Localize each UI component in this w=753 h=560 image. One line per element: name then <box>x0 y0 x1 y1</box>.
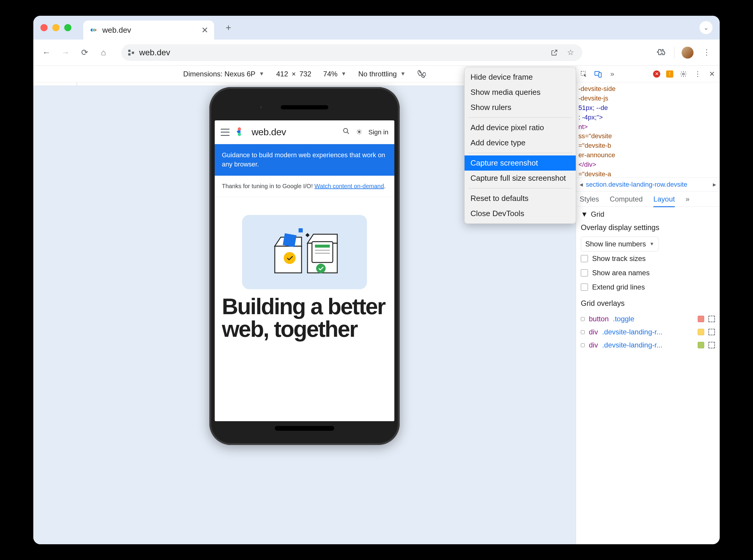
color-swatch-icon[interactable] <box>698 329 704 335</box>
device-toolbar-context-menu: Hide device frame Show media queries Sho… <box>464 67 576 224</box>
devtools-menu-icon[interactable]: ⋮ <box>694 70 702 78</box>
site-logo[interactable]: web.dev <box>235 125 286 139</box>
highlight-icon[interactable] <box>708 342 715 348</box>
emulated-screen[interactable]: web.dev ☀ Sign in Guidance to build mode… <box>215 120 394 421</box>
browser-window: web.dev ✕ + ⌄ ← → ⟳ ⌂ web.dev ☆ <box>33 16 720 544</box>
dom-line[interactable]: nt> <box>578 122 718 132</box>
highlight-icon[interactable] <box>708 329 715 335</box>
rotate-icon[interactable] <box>418 70 426 78</box>
show-line-numbers-select[interactable]: Show line numbers ▼ <box>581 237 659 252</box>
theme-toggle-icon[interactable]: ☀ <box>356 127 363 137</box>
throttling-dropdown[interactable]: No throttling ▼ <box>359 70 406 78</box>
show-track-sizes-checkbox[interactable]: Show track sizes <box>581 252 715 266</box>
titlebar: web.dev ✕ + ⌄ <box>33 16 720 40</box>
menu-add-device-type[interactable]: Add device type <box>465 135 576 151</box>
grid-overlay-row[interactable]: div.devsite-landing-r... <box>581 339 715 352</box>
breadcrumb-next-icon[interactable]: ▸ <box>713 181 716 188</box>
phone-top <box>215 94 394 120</box>
home-button[interactable]: ⌂ <box>98 47 110 59</box>
site-info-icon[interactable] <box>127 49 135 57</box>
dom-line[interactable]: -devsite-side <box>578 84 718 94</box>
io-link[interactable]: Watch content on-demand <box>314 183 384 189</box>
menu-show-media-queries[interactable]: Show media queries <box>465 85 576 100</box>
more-tabs-icon[interactable]: » <box>608 70 617 78</box>
dom-line[interactable]: ="devsite-b <box>578 141 718 151</box>
elements-breadcrumb[interactable]: ◂ section.devsite-landing-row.devsite ▸ <box>576 177 720 192</box>
search-icon[interactable] <box>343 127 350 137</box>
grid-section-toggle[interactable]: ▼ Grid <box>581 210 715 218</box>
profile-avatar[interactable] <box>682 47 694 59</box>
errors-badge[interactable]: ✕ <box>653 71 660 78</box>
tab-close-icon[interactable]: ✕ <box>201 25 208 35</box>
dom-line[interactable]: </div> <box>578 160 718 169</box>
svg-rect-20 <box>298 228 303 233</box>
close-devtools-icon[interactable]: ✕ <box>708 70 716 78</box>
dom-line[interactable]: -devsite-js <box>578 94 718 103</box>
url-field[interactable]: web.dev ☆ <box>121 44 582 61</box>
maximize-window-icon[interactable] <box>64 24 71 31</box>
warnings-badge[interactable]: ! <box>666 71 673 78</box>
menu-capture-screenshot[interactable]: Capture screenshot <box>465 156 576 171</box>
overlay-checkbox[interactable] <box>581 317 585 321</box>
styles-tabs: Styles Computed Layout » <box>576 192 720 206</box>
new-tab-button[interactable]: + <box>221 21 235 35</box>
tab-title: web.dev <box>102 25 197 35</box>
menu-close-devtools[interactable]: Close DevTools <box>465 206 576 221</box>
zoom-dropdown[interactable]: 74% ▼ <box>323 70 346 78</box>
dom-line[interactable]: er-announce <box>578 151 718 160</box>
extend-grid-lines-checkbox[interactable]: Extend grid lines <box>581 280 715 294</box>
address-bar: ← → ⟳ ⌂ web.dev ☆ ⋮ <box>33 40 720 66</box>
signin-link[interactable]: Sign in <box>368 128 388 136</box>
color-swatch-icon[interactable] <box>698 342 704 348</box>
highlight-icon[interactable] <box>708 316 715 322</box>
device-mode-icon[interactable] <box>594 70 602 78</box>
dom-line[interactable]: 51px; --de <box>578 103 718 113</box>
tab-styles[interactable]: Styles <box>580 195 599 203</box>
extensions-icon[interactable] <box>655 47 667 59</box>
grid-overlay-row[interactable]: div.devsite-landing-r... <box>581 325 715 339</box>
dom-line[interactable]: ss="devsite <box>578 132 718 141</box>
svg-rect-5 <box>421 72 426 78</box>
menu-hide-device-frame[interactable]: Hide device frame <box>465 69 576 85</box>
menu-add-device-pixel-ratio[interactable]: Add device pixel ratio <box>465 120 576 135</box>
hamburger-icon[interactable] <box>221 129 230 136</box>
dom-line[interactable]: : -4px;"> <box>578 113 718 122</box>
open-external-icon[interactable] <box>548 47 560 59</box>
tab-layout[interactable]: Layout <box>653 195 675 207</box>
menu-capture-full-size-screenshot[interactable]: Capture full size screenshot <box>465 171 576 186</box>
svg-rect-4 <box>418 70 422 76</box>
inspect-icon[interactable] <box>580 70 588 78</box>
tab-computed[interactable]: Computed <box>610 195 643 203</box>
settings-icon[interactable] <box>679 70 688 78</box>
devtools-panel: Hide device frame Show media queries Sho… <box>576 66 720 544</box>
forward-button[interactable]: → <box>59 47 71 59</box>
close-window-icon[interactable] <box>40 24 47 31</box>
color-swatch-icon[interactable] <box>698 316 704 322</box>
svg-point-25 <box>682 73 684 75</box>
elements-dom-tree[interactable]: -devsite-side-devsite-js51px; --de: -4px… <box>576 82 720 177</box>
reload-button[interactable]: ⟳ <box>78 47 91 59</box>
browser-tab[interactable]: web.dev ✕ <box>83 21 214 40</box>
chrome-menu-icon[interactable]: ⋮ <box>701 47 713 59</box>
svg-point-7 <box>238 127 241 131</box>
tabs-dropdown-button[interactable]: ⌄ <box>699 21 713 34</box>
menu-separator <box>468 117 572 118</box>
menu-show-rulers[interactable]: Show rulers <box>465 100 576 115</box>
show-area-names-checkbox[interactable]: Show area names <box>581 266 715 280</box>
svg-rect-16 <box>315 245 330 247</box>
grid-overlay-row[interactable]: button.toggle <box>581 313 715 325</box>
menu-reset-to-defaults[interactable]: Reset to defaults <box>465 191 576 206</box>
bookmark-icon[interactable]: ☆ <box>564 47 576 59</box>
dom-line[interactable]: ="devsite-a <box>578 169 718 177</box>
breadcrumb-prev-icon[interactable]: ◂ <box>580 181 583 188</box>
chevron-down-icon: ▼ <box>259 71 264 77</box>
device-width[interactable]: 412 <box>276 70 288 78</box>
more-tabs-icon[interactable]: » <box>686 195 689 203</box>
minimize-window-icon[interactable] <box>52 24 59 31</box>
overlay-checkbox[interactable] <box>581 330 585 334</box>
device-dimensions-dropdown[interactable]: Dimensions: Nexus 6P ▼ <box>183 70 264 78</box>
device-height[interactable]: 732 <box>300 70 311 78</box>
back-button[interactable]: ← <box>40 47 52 59</box>
overlay-settings-heading: Overlay display settings <box>581 223 715 232</box>
overlay-checkbox[interactable] <box>581 343 585 347</box>
